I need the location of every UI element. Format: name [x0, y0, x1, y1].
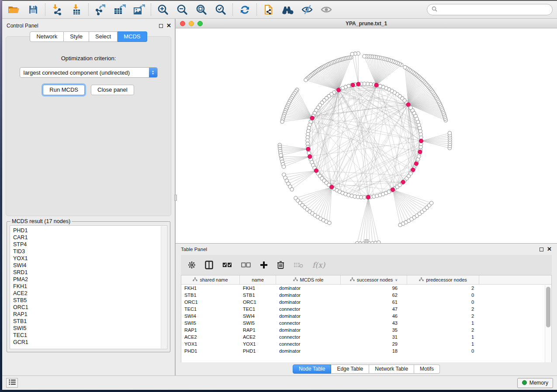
zoom-fit-button[interactable]	[195, 3, 208, 16]
float-panel-icon[interactable]	[540, 248, 543, 251]
mcds-node[interactable]	[401, 180, 405, 184]
mcds-node[interactable]	[391, 188, 394, 192]
tab-network-table[interactable]: Network Table	[369, 364, 414, 374]
export-table-button[interactable]	[113, 3, 126, 16]
zoom-out-button[interactable]	[176, 3, 189, 16]
mcds-result-item[interactable]: TEC1	[13, 332, 167, 339]
export-image-button[interactable]	[132, 3, 145, 16]
tab-mcds[interactable]: MCDS	[118, 31, 147, 42]
show-all-button[interactable]	[320, 3, 333, 16]
network-window-titlebar[interactable]: YPA_prune.txt_1	[176, 19, 557, 28]
mcds-node[interactable]	[314, 168, 318, 172]
network-node[interactable]	[328, 221, 331, 225]
tab-style[interactable]: Style	[64, 31, 89, 42]
mcds-result-item[interactable]: PHD1	[13, 227, 167, 234]
search-input[interactable]	[440, 7, 548, 13]
network-node[interactable]	[448, 131, 451, 135]
mcds-node[interactable]	[306, 147, 310, 151]
table-row[interactable]: RAP1RAP1dominator352	[181, 327, 551, 334]
mcds-result-item[interactable]: TID3	[13, 248, 167, 255]
first-neighbors-button[interactable]	[281, 3, 294, 16]
column-header-shared-name[interactable]: shared name	[181, 275, 240, 284]
create-column-button[interactable]	[260, 261, 268, 269]
mcds-node[interactable]	[411, 168, 415, 172]
save-session-button[interactable]	[27, 3, 40, 16]
panel-splitter-handle[interactable]	[174, 195, 177, 201]
mcds-node[interactable]	[330, 185, 334, 189]
close-panel-icon[interactable]: ✕	[547, 247, 552, 251]
task-history-button[interactable]	[6, 378, 18, 388]
table-row[interactable]: SWI5SWI5connector431	[181, 320, 551, 327]
table-scrollbar-thumb[interactable]	[546, 287, 550, 327]
zoom-in-button[interactable]	[156, 3, 170, 16]
delete-columns-button[interactable]	[277, 261, 284, 269]
run-mcds-button[interactable]: Run MCDS	[43, 85, 85, 95]
memory-button[interactable]: Memory	[517, 378, 553, 388]
import-network-button[interactable]	[51, 3, 64, 16]
optimization-criterion-dropdown[interactable]: largest connected component (undirected)…	[20, 67, 158, 78]
mcds-result-item[interactable]: SRD1	[13, 269, 167, 276]
network-node[interactable]	[377, 241, 381, 243]
table-scrollbar[interactable]	[545, 285, 551, 362]
close-panel-icon[interactable]: ✕	[166, 24, 171, 28]
show-columns-button[interactable]	[205, 261, 213, 269]
mcds-list-scrollbar[interactable]	[161, 226, 166, 348]
zoom-selected-button[interactable]	[214, 3, 227, 16]
network-node[interactable]	[279, 153, 283, 157]
network-node[interactable]	[363, 55, 366, 58]
close-panel-button[interactable]: Close panel	[91, 85, 134, 95]
mcds-result-item[interactable]: GCR1	[13, 339, 167, 346]
mcds-node[interactable]	[414, 162, 418, 165]
mcds-result-item[interactable]: STP4	[13, 241, 167, 248]
column-header-successor-nodes[interactable]: successor nodes∨	[341, 275, 407, 284]
mcds-result-item[interactable]: PMA2	[13, 276, 167, 283]
mcds-result-item[interactable]: ACE2	[13, 290, 167, 297]
mcds-result-item[interactable]: RAP1	[13, 311, 167, 318]
column-header-predecessor-nodes[interactable]: predecessor nodes	[407, 275, 479, 284]
new-network-from-selection-button[interactable]	[262, 3, 275, 16]
column-header-name[interactable]: name	[240, 275, 276, 284]
table-row[interactable]: SWI4SWI4dominator462	[181, 313, 551, 320]
network-search-field[interactable]	[427, 4, 553, 15]
network-node[interactable]	[403, 65, 407, 69]
tab-motifs[interactable]: Motifs	[414, 364, 440, 374]
table-row[interactable]: TEC1TEC1connector472	[181, 306, 551, 313]
tab-node-table[interactable]: Node Table	[293, 364, 332, 374]
mcds-result-item[interactable]: STB5	[13, 297, 167, 304]
mcds-node[interactable]	[366, 195, 370, 199]
node-table[interactable]: shared namenameMCDS rolesuccessor nodes∨…	[181, 275, 552, 362]
network-node[interactable]	[290, 188, 294, 191]
mcds-result-item[interactable]: SWI4	[13, 262, 167, 269]
mcds-result-list[interactable]: PHD1CAR1STP4TID3YOX1SWI4SRD1PMA2FKH1ACE2…	[10, 225, 167, 349]
mcds-node[interactable]	[351, 83, 355, 87]
table-row[interactable]: ORC1ORC1dominator610	[181, 299, 551, 306]
tab-network[interactable]: Network	[30, 31, 64, 42]
import-table-button[interactable]	[70, 3, 83, 16]
table-row[interactable]: PHD1PHD1dominator180	[181, 347, 551, 354]
mcds-result-item[interactable]: ORC1	[13, 304, 167, 311]
tab-select[interactable]: Select	[89, 31, 118, 42]
table-row[interactable]: STB1STB1dominator620	[181, 292, 551, 299]
mcds-result-item[interactable]: CAR1	[13, 234, 167, 241]
select-all-columns-button[interactable]	[222, 262, 232, 268]
mcds-result-item[interactable]: YOX1	[13, 255, 167, 262]
mcds-node[interactable]	[374, 83, 378, 87]
mcds-node[interactable]	[418, 150, 422, 154]
column-header-MCDS-role[interactable]: MCDS role	[276, 275, 341, 284]
mcds-node[interactable]	[406, 103, 410, 107]
mcds-result-item[interactable]: FKH1	[13, 283, 167, 290]
network-graph[interactable]	[176, 28, 554, 243]
mcds-result-item[interactable]: SWI5	[13, 325, 167, 332]
mcds-node[interactable]	[356, 82, 360, 86]
table-row[interactable]: YOX1YOX1connector291	[181, 340, 551, 347]
table-row[interactable]: ACE2ACE2connector311	[181, 334, 551, 340]
network-node[interactable]	[282, 165, 285, 168]
mcds-node[interactable]	[419, 139, 423, 143]
delete-table-button[interactable]	[294, 262, 303, 268]
mcds-node[interactable]	[336, 88, 340, 92]
mcds-node[interactable]	[308, 155, 312, 158]
hide-selected-button[interactable]	[301, 3, 314, 16]
open-session-button[interactable]	[7, 3, 21, 16]
network-splitter-handle[interactable]	[364, 239, 368, 243]
mcds-result-item[interactable]: STB1	[13, 318, 167, 325]
